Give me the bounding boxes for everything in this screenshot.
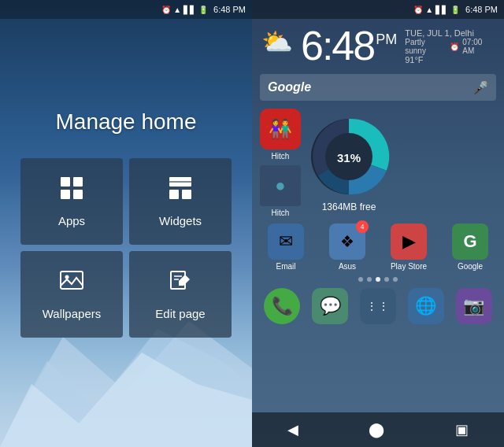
svg-point-12 [65, 275, 69, 279]
weather-condition-text: Partly sunny [405, 38, 447, 55]
google-label: Google [458, 262, 483, 271]
weather-time: 6:48 PM [301, 25, 397, 66]
apps-button[interactable]: Apps [20, 158, 123, 245]
hitch-label: Hitch [272, 152, 290, 161]
back-button[interactable]: ◀ [281, 415, 305, 445]
wifi-icon: ▲ [173, 6, 181, 14]
google-logo: Google [268, 80, 472, 94]
editpage-label: Edit page [155, 307, 205, 320]
pie-chart: 31% [306, 113, 392, 200]
email-app[interactable]: ✉ Email [257, 224, 315, 271]
launcher-icon[interactable]: ⋮⋮ [360, 288, 396, 324]
left-panel: ⏰ ▲ ▋▋ 🔋 6:48 PM Manage home Apps [0, 0, 252, 447]
widgets-icon [168, 175, 193, 206]
left-status-bar: ⏰ ▲ ▋▋ 🔋 6:48 PM [0, 0, 252, 19]
browser-dock[interactable]: 🌐 [408, 288, 444, 324]
camera-dock[interactable]: 📷 [456, 288, 492, 324]
weather-details: TUE, JUL 1, Delhi Partly sunny ⏰ 07:00 A… [405, 28, 495, 65]
google-icon[interactable]: G [452, 224, 488, 260]
wallpapers-icon [59, 268, 84, 299]
weather-section: ⛅ 6:48 PM TUE, JUL 1, Delhi Partly sunny… [252, 19, 504, 71]
status-icons: ⏰ ▲ ▋▋ 🔋 6:48 PM [161, 5, 246, 14]
weather-icon: ⛅ [261, 27, 293, 57]
dock-row: 📞 💬 ⋮⋮ 🌐 📷 [252, 285, 504, 327]
right-panel: ⏰ ▲ ▋▋ 🔋 6:48 PM ⛅ 6:48 PM TUE, JUL 1, D… [252, 0, 504, 447]
messaging-dock[interactable]: 💬 [312, 288, 348, 324]
mic-icon[interactable]: 🎤 [472, 80, 488, 95]
r-status-time: 6:48 PM [465, 5, 498, 14]
weather-condition: Partly sunny ⏰ 07:00 AM [405, 38, 495, 55]
recents-button[interactable]: ▣ [449, 415, 475, 445]
svg-rect-6 [73, 190, 83, 199]
messaging-icon[interactable]: 💬 [312, 288, 348, 324]
r-battery-icon: 🔋 [450, 6, 460, 14]
editpage-icon [168, 268, 193, 299]
donut-chart-section: 31% 1364MB free [306, 113, 392, 212]
ampm-label: PM [376, 31, 397, 48]
status-time: 6:48 PM [213, 5, 246, 14]
svg-rect-5 [61, 190, 70, 199]
email-label: Email [276, 262, 295, 271]
alarm-icon: ⏰ [161, 6, 171, 14]
memory-free-text: 1364MB free [322, 201, 376, 212]
alarm-time-icon: ⏰ [450, 42, 459, 51]
widgets-label: Widgets [159, 214, 202, 227]
signal-icon: ▋▋ [183, 6, 196, 14]
playstore-icon[interactable]: ▶ [391, 224, 427, 260]
asus-badge: 4 [356, 220, 369, 233]
battery-icon: 🔋 [198, 6, 208, 14]
asus-icon[interactable]: ❖ 4 [329, 224, 365, 260]
playstore-app[interactable]: ▶ Play Store [380, 224, 438, 271]
manage-home-title: Manage home [55, 109, 196, 135]
r-wifi-icon: ▲ [425, 6, 433, 14]
nav-dot-3 [376, 277, 380, 282]
editpage-button[interactable]: Edit page [129, 251, 232, 338]
alarm-time: 07:00 AM [462, 38, 495, 55]
apps-icon [59, 175, 84, 206]
hitch-app-wrapper[interactable]: 👫 Hitch [260, 109, 301, 161]
svg-rect-9 [182, 190, 191, 199]
email-icon[interactable]: ✉ [268, 224, 304, 260]
google-app[interactable]: G Google [441, 224, 499, 271]
right-status-icons: ⏰ ▲ ▋▋ 🔋 6:48 PM [413, 5, 498, 14]
donut-container: 31% [306, 113, 392, 200]
nav-dot-5 [393, 277, 398, 282]
svg-rect-8 [169, 190, 179, 199]
hitch-icon[interactable]: 👫 [260, 109, 301, 150]
phone-icon[interactable]: 📞 [264, 288, 300, 324]
system-nav: ◀ ⬤ ▣ [252, 412, 504, 447]
svg-text:31%: 31% [337, 151, 361, 164]
home-button[interactable]: ⬤ [362, 415, 391, 445]
nav-dot-1 [358, 277, 363, 282]
current-time: 6:48 [301, 25, 374, 66]
asus-label: Asus [339, 262, 356, 271]
temperature: 91°F [405, 55, 495, 65]
wallpapers-label: Wallpapers [43, 307, 101, 320]
phone-dock[interactable]: 📞 [264, 288, 300, 324]
widgets-button[interactable]: Widgets [129, 158, 232, 245]
svg-rect-4 [73, 177, 83, 187]
navigation-dots [252, 274, 504, 285]
bottom-apps-row: ✉ Email ❖ 4 Asus ▶ Play Store G Google [252, 220, 504, 274]
launcher-dock[interactable]: ⋮⋮ [360, 288, 396, 324]
browser-icon[interactable]: 🌐 [408, 288, 444, 324]
camera-icon[interactable]: 📷 [456, 288, 492, 324]
nav-dot-4 [384, 277, 389, 282]
right-status-bar: ⏰ ▲ ▋▋ 🔋 6:48 PM [252, 0, 504, 19]
apps-donut-row: 👫 Hitch ● Hitch [252, 105, 504, 220]
r-signal-icon: ▋▋ [435, 6, 448, 14]
hitch2-app-wrapper[interactable]: ● Hitch [260, 165, 301, 217]
manage-grid: Apps Widgets Wall [5, 158, 247, 338]
weather-date: TUE, JUL 1, Delhi [405, 28, 495, 38]
r-alarm-icon: ⏰ [413, 6, 423, 14]
nav-dot-2 [367, 277, 372, 282]
svg-rect-3 [61, 177, 70, 187]
wallpapers-button[interactable]: Wallpapers [20, 251, 123, 338]
playstore-label: Play Store [391, 262, 427, 271]
hitch2-icon[interactable]: ● [260, 165, 301, 206]
top-app-icons: 👫 Hitch ● Hitch [260, 109, 301, 217]
search-bar[interactable]: Google 🎤 [260, 74, 496, 101]
hitch2-label: Hitch [272, 209, 290, 217]
apps-label: Apps [58, 214, 85, 227]
asus-app[interactable]: ❖ 4 Asus [318, 224, 376, 271]
